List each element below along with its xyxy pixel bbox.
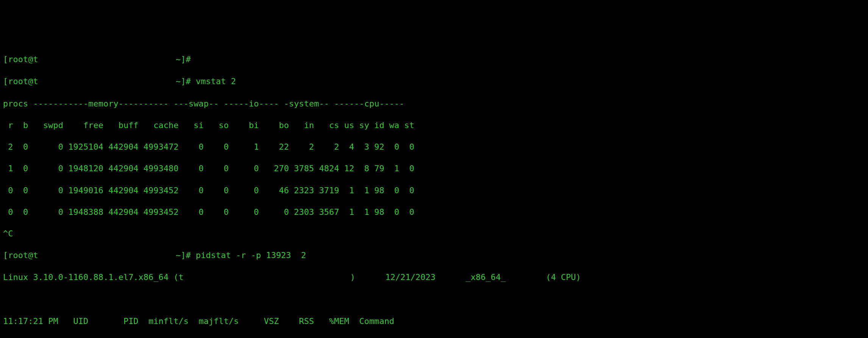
- vmstat-row: 1 0 0 1948120 442904 4993480 0 0 0 270 3…: [3, 163, 865, 174]
- vmstat-row: 0 0 0 1949016 442904 4993452 0 0 0 46 23…: [3, 185, 865, 196]
- vmstat-row: 2 0 0 1925104 442904 4993472 0 0 1 22 2 …: [3, 142, 865, 153]
- svg-rect-1: [38, 77, 171, 85]
- svg-rect-0: [38, 54, 171, 63]
- vmstat-row: 0 0 0 1948388 442904 4993452 0 0 0 0 230…: [3, 207, 865, 218]
- ctrl-c-indicator: ^C: [3, 228, 865, 239]
- prompt-user-host-prefix: [root@t: [3, 55, 38, 64]
- vmstat-header-1: procs -----------memory---------- ---swa…: [3, 99, 865, 110]
- pidstat-header: 11:17:21 PM UID PID minflt/s majflt/s VS…: [3, 316, 865, 327]
- command-line-2: [root@t ~]# pidstat -r -p 13923 2: [3, 250, 865, 261]
- prompt-user-host-prefix: [root@t: [3, 250, 38, 260]
- redacted-hostname: [38, 250, 171, 261]
- prompt-user-host-prefix: [root@t: [3, 77, 38, 86]
- kernel-info-suffix: ) 12/21/2023 _x86_64_ (4 CPU): [350, 272, 581, 282]
- kernel-info-prefix: Linux 3.10.0-1160.88.1.el7.x86_64 (t: [3, 272, 184, 282]
- redacted-hostname: [38, 77, 171, 88]
- svg-rect-3: [184, 272, 350, 281]
- vmstat-header-2: r b swpd free buff cache si so bi bo in …: [3, 120, 865, 131]
- blank-line: [3, 294, 865, 305]
- prompt-suffix: ~]#: [171, 55, 191, 64]
- prompt-suffix: ~]#: [171, 250, 196, 260]
- terminal[interactable]: [root@t ~]# [root@t ~]# vmstat 2 procs -…: [0, 43, 868, 338]
- redacted-hostname: [184, 272, 350, 284]
- redacted-hostname: [38, 54, 171, 66]
- command-vmstat: vmstat 2: [196, 77, 236, 86]
- prompt-suffix: ~]#: [171, 77, 196, 86]
- pidstat-kernel-line: Linux 3.10.0-1160.88.1.el7.x86_64 (t) 12…: [3, 272, 865, 283]
- command-line-1: [root@t ~]# vmstat 2: [3, 76, 865, 88]
- svg-rect-2: [38, 250, 171, 258]
- previous-prompt-line: [root@t ~]#: [3, 54, 865, 66]
- command-pidstat: pidstat -r -p 13923 2: [196, 250, 306, 260]
